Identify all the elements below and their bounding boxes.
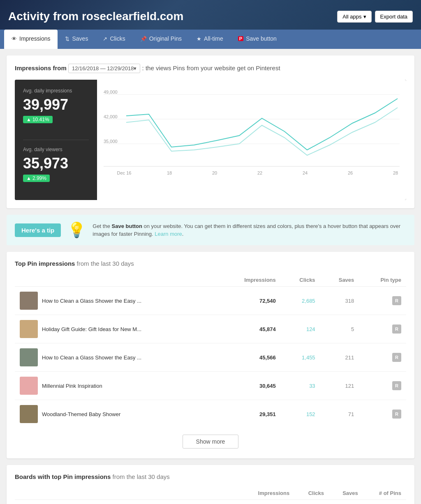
export-label: Export data: [380, 14, 408, 20]
page-title: Activity from roseclearfield.com: [8, 10, 183, 23]
tab-saves[interactable]: ⇅ Saves: [58, 30, 95, 49]
avg-daily-impressions-value: 39,997: [23, 96, 89, 113]
table-row: Household Tips by Rose Clea... 74,143 2,…: [15, 500, 406, 504]
pin-type-badge: R: [392, 324, 401, 334]
tab-all-time[interactable]: ★ All-time: [189, 30, 231, 49]
pinterest-icon: P: [238, 36, 243, 41]
pin-title-cell: How to Clean a Glass Shower the Easy ...: [15, 287, 217, 315]
board-clicks: 2,722: [294, 500, 329, 504]
pin-title: Holiday Gift Guide: Gift Ideas for New M…: [42, 326, 141, 332]
table-row: Millennial Pink Inspiration 30,645 33 12…: [15, 372, 406, 400]
header-actions: All apps ▾ Export data: [337, 11, 413, 23]
pin-impressions: 29,351: [217, 400, 281, 428]
col-board-impressions: Impressions: [239, 487, 294, 500]
pin-clicks: 33: [281, 372, 320, 400]
board-title-cell: Household Tips by Rose Clea...: [15, 500, 239, 504]
col-saves: Saves: [320, 274, 359, 287]
svg-text:35,000: 35,000: [104, 139, 118, 144]
pin-thumbnail: [20, 377, 38, 395]
col-board-clicks: Clicks: [294, 487, 329, 500]
avg-daily-impressions-label: Avg. daily impressions: [23, 88, 89, 94]
pin-impressions: 45,874: [217, 315, 281, 343]
pin-type-cell: R: [359, 315, 406, 343]
tab-all-time-label: All-time: [204, 35, 223, 42]
tab-save-button-label: Save button: [246, 35, 277, 42]
tab-clicks-label: Clicks: [110, 35, 125, 42]
show-more-button[interactable]: Show more: [183, 435, 239, 449]
tip-box: Here's a tip 💡 Get the Save button on yo…: [7, 215, 414, 245]
tab-impressions[interactable]: 👁 Impressions: [4, 30, 58, 49]
top-pins-table: Impressions Clicks Saves Pin type How to…: [15, 274, 406, 428]
pin-title: Woodland-Themed Baby Shower: [42, 411, 120, 417]
date-range-value: 12/16/2018 — 12/29/2018: [72, 65, 134, 71]
nav-tabs: 👁 Impressions ⇅ Saves ↗ Clicks 📌 Origina…: [0, 30, 421, 49]
svg-text:20: 20: [212, 170, 217, 175]
svg-text:Dec 16: Dec 16: [117, 170, 132, 175]
col-pin-title: [15, 274, 217, 287]
chevron-down-icon: ▾: [363, 14, 366, 20]
board-pins: 267: [363, 500, 406, 504]
table-row: How to Clean a Glass Shower the Easy ...…: [15, 287, 406, 315]
avg-daily-viewers-label: Avg. daily viewers: [23, 147, 89, 152]
tab-clicks[interactable]: ↗ Clicks: [95, 30, 132, 49]
tip-text: Get the Save button on your website. You…: [93, 222, 406, 238]
pin-clicks: 1,455: [281, 343, 320, 372]
pin-saves: 121: [320, 372, 359, 400]
top-pins-title-bold: Top Pin impressions: [15, 260, 75, 267]
col-board-saves: Saves: [329, 487, 363, 500]
svg-text:18: 18: [167, 170, 172, 175]
lightbulb-icon: 💡: [67, 221, 86, 239]
pin-type-cell: R: [359, 287, 406, 315]
tab-saves-label: Saves: [72, 35, 88, 42]
top-boards-table: Impressions Clicks Saves # of Pins House…: [15, 487, 406, 504]
avg-daily-viewers-value: 35,973: [23, 155, 89, 172]
top-pins-card: Top Pin impressions from the last 30 day…: [7, 252, 414, 458]
pin-clicks: 124: [281, 315, 320, 343]
tab-original-pins-label: Original Pins: [149, 35, 182, 42]
svg-text:28: 28: [393, 170, 398, 175]
pin-saves: 5: [320, 315, 359, 343]
up-arrow-icon-2: ▲: [26, 175, 31, 181]
col-board-title: [15, 487, 239, 500]
avg-daily-impressions-change: 10.41%: [32, 117, 49, 122]
tip-label: Here's a tip: [15, 223, 61, 237]
board-saves: 320: [329, 500, 363, 504]
svg-text:42,000: 42,000: [104, 114, 118, 119]
all-apps-label: All apps: [342, 14, 361, 20]
pin-saves: 71: [320, 400, 359, 428]
avg-daily-viewers-badge: ▲ 2.99%: [23, 175, 50, 182]
table-row: How to Clean a Glass Shower the Easy ...…: [15, 343, 406, 372]
pin-clicks: 2,685: [281, 287, 320, 315]
learn-more-link[interactable]: Learn more: [155, 231, 182, 237]
pin-type-cell: R: [359, 400, 406, 428]
top-boards-title: Boards with top Pin impressions from the…: [15, 473, 406, 480]
top-boards-title-suffix: from the last 30 days: [113, 473, 170, 480]
dropdown-arrow-icon: ▾: [134, 65, 136, 71]
svg-text:24: 24: [303, 170, 308, 175]
stats-chart-container: Avg. daily impressions 39,997 ▲ 10.41% A…: [15, 80, 406, 200]
pin-type-badge: R: [392, 410, 401, 419]
pin-thumbnail: [20, 348, 38, 366]
tab-save-button[interactable]: P Save button: [231, 30, 284, 49]
top-pins-title-suffix: from the last 30 days: [77, 260, 134, 267]
table-row: Woodland-Themed Baby Shower 29,351 152 7…: [15, 400, 406, 428]
header: Activity from roseclearfield.com All app…: [0, 0, 421, 30]
col-clicks: Clicks: [281, 274, 320, 287]
svg-text:22: 22: [257, 170, 262, 175]
show-more-container: Show more: [15, 428, 406, 450]
pin-icon: 📌: [140, 36, 147, 42]
tip-bold-text: Save button: [112, 223, 142, 229]
up-arrow-icon: ▲: [26, 117, 31, 122]
impressions-prefix: Impressions from: [15, 64, 67, 71]
main-content: Impressions from 12/16/2018 — 12/29/2018…: [0, 49, 421, 504]
clicks-icon: ↗: [103, 36, 107, 42]
date-range-selector[interactable]: 12/16/2018 — 12/29/2018 ▾: [68, 64, 140, 73]
pin-impressions: 72,540: [217, 287, 281, 315]
impressions-chart: 49,000 42,000 35,000 Dec 16 18 20 22 24 …: [104, 86, 400, 177]
pin-type-badge: R: [392, 353, 401, 362]
col-board-pins: # of Pins: [363, 487, 406, 500]
board-impressions: 74,143: [239, 500, 294, 504]
export-button[interactable]: Export data: [375, 11, 413, 23]
tab-original-pins[interactable]: 📌 Original Pins: [133, 30, 189, 49]
all-apps-button[interactable]: All apps ▾: [337, 11, 371, 23]
